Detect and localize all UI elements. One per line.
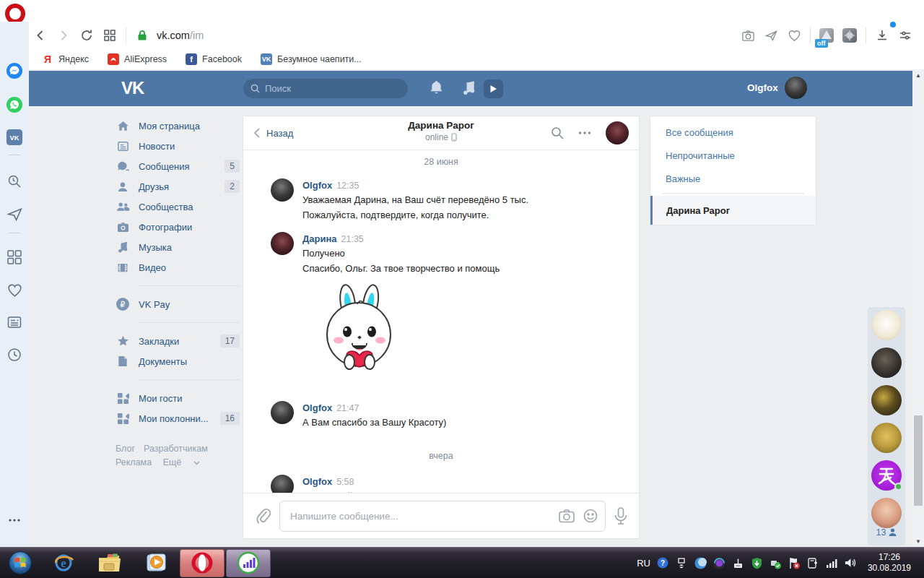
friend-avatar[interactable]: [871, 385, 902, 415]
avatar[interactable]: [271, 475, 294, 493]
avatar[interactable]: [271, 178, 294, 202]
start-button[interactable]: [1, 549, 40, 577]
message-author[interactable]: Olgfox: [302, 476, 332, 487]
back-button[interactable]: Назад: [253, 128, 293, 139]
sidebar-item-my-page[interactable]: Моя страница: [116, 116, 240, 136]
downloads-icon[interactable]: [871, 24, 894, 47]
help-tray-icon[interactable]: ?: [657, 557, 669, 569]
moon-tray-icon[interactable]: [694, 557, 707, 569]
sidebar-item-music[interactable]: Музыка: [116, 237, 240, 257]
sidebar-item-vk-pay[interactable]: ₽ VK Pay: [116, 294, 240, 314]
message-input[interactable]: [290, 511, 559, 522]
personal-news-icon[interactable]: [6, 314, 23, 331]
settings-sliders-icon[interactable]: [894, 24, 917, 47]
message-author[interactable]: Olgfox: [302, 402, 332, 413]
sidebar-item-my-guests[interactable]: Мои гости: [116, 388, 240, 408]
address-bar[interactable]: vk.com/im: [157, 30, 204, 41]
friend-avatar[interactable]: [871, 460, 902, 491]
scroll-down-arrow[interactable]: ▼: [912, 535, 924, 547]
adblock-extension-icon[interactable]: off: [819, 28, 834, 43]
sidebar-item-photos[interactable]: Фотографии: [116, 217, 240, 237]
sidebar-item-videos[interactable]: Видео: [116, 257, 240, 277]
message-author[interactable]: Дарина: [302, 233, 337, 244]
sidebar-item-my-fans[interactable]: Мои поклонни... 16: [116, 408, 240, 428]
friend-avatar[interactable]: [871, 310, 902, 340]
bookmark-yandex[interactable]: Я Яндекс: [42, 53, 89, 65]
opera-taskbar-button[interactable]: [180, 549, 225, 577]
attach-paperclip-icon[interactable]: [255, 507, 271, 525]
sidebar-item-documents[interactable]: Документы: [116, 351, 240, 371]
sidebar-item-friends[interactable]: Друзья 2: [116, 176, 240, 197]
bunny-heart-sticker[interactable]: [315, 282, 402, 371]
music-icon[interactable]: [462, 79, 476, 96]
vk-search-input[interactable]: Поиск: [243, 79, 408, 98]
bookmark-heart-icon[interactable]: [783, 24, 806, 47]
speed-dial-sidebar-icon[interactable]: [6, 249, 23, 266]
selected-conversation[interactable]: Дарина Рарог: [650, 196, 816, 225]
stats-app-button[interactable]: [226, 549, 271, 577]
orb-tray-icon[interactable]: [713, 557, 725, 569]
friend-avatar[interactable]: [871, 498, 902, 528]
chat-peer-avatar[interactable]: [606, 121, 629, 144]
chat-actions-menu-icon[interactable]: [578, 131, 591, 134]
browser-scrollbar[interactable]: ▲ ▼: [912, 69, 924, 547]
message-author[interactable]: Olgfox: [302, 180, 332, 191]
filter-important[interactable]: Важные: [666, 173, 700, 184]
action-center-flag-icon[interactable]: [788, 557, 801, 569]
emoji-smiley-icon[interactable]: [583, 509, 598, 523]
forward-icon[interactable]: [52, 24, 75, 47]
sidebar-more-icon[interactable]: [6, 512, 23, 529]
snapshot-camera-icon[interactable]: [736, 24, 759, 47]
filter-unread[interactable]: Непрочитанные: [666, 150, 735, 161]
opera-menu-button[interactable]: [5, 4, 25, 24]
bookmark-vk-page[interactable]: VK Безумное чаепити...: [261, 53, 362, 65]
sidebar-item-messages[interactable]: Сообщения 5: [116, 156, 240, 176]
show-hidden-icons[interactable]: [676, 557, 688, 569]
language-indicator[interactable]: RU: [637, 558, 650, 569]
friend-avatar[interactable]: [871, 348, 902, 378]
extension-icon[interactable]: [842, 28, 857, 43]
online-friends-count[interactable]: 13: [868, 527, 905, 538]
avatar[interactable]: [271, 232, 294, 255]
bookmark-aliexpress[interactable]: AliExpress: [108, 53, 167, 65]
messenger-icon[interactable]: [6, 62, 23, 79]
router-tray-icon[interactable]: [732, 557, 744, 569]
reload-icon[interactable]: [75, 24, 98, 47]
back-icon[interactable]: [29, 24, 52, 47]
bookmark-facebook[interactable]: f Facebook: [186, 53, 242, 65]
sidebar-item-communities[interactable]: Сообщества: [116, 197, 240, 217]
sidebar-item-news[interactable]: Новости: [116, 136, 240, 156]
volume-speaker-icon[interactable]: [845, 557, 857, 569]
header-user-menu[interactable]: Olgfox: [747, 77, 810, 99]
power-plug-icon[interactable]: [807, 557, 819, 569]
my-flow-send-icon[interactable]: [759, 24, 783, 47]
message-input-field[interactable]: [279, 501, 606, 532]
shield-update-icon[interactable]: [751, 557, 763, 569]
friend-avatar[interactable]: [871, 423, 902, 453]
taskbar-clock[interactable]: 17:26 30.08.2019: [863, 552, 918, 574]
chat-messages-area[interactable]: 28 июня Olgfox12:35 Уважаемая Дарина, на…: [243, 151, 639, 493]
file-explorer-button[interactable]: [87, 549, 132, 577]
vk-sidebar-icon[interactable]: VK: [6, 129, 23, 146]
footer-link-blog[interactable]: Блог: [116, 442, 135, 456]
scrollbar-thumb[interactable]: [914, 415, 923, 506]
filter-all-messages[interactable]: Все сообщения: [666, 127, 733, 138]
my-flow-icon[interactable]: [6, 205, 23, 223]
voice-message-mic-icon[interactable]: [614, 507, 627, 525]
bookmarks-heart-icon[interactable]: [6, 281, 23, 298]
footer-link-ads[interactable]: Реклама: [116, 456, 152, 470]
footer-link-developers[interactable]: Разработчикам: [144, 442, 208, 456]
whatsapp-icon[interactable]: [6, 96, 23, 113]
scroll-up-arrow[interactable]: ▲: [912, 69, 924, 81]
secure-lock-icon[interactable]: [131, 24, 154, 47]
chat-search-icon[interactable]: [551, 126, 564, 139]
internet-explorer-button[interactable]: e: [41, 549, 86, 577]
speed-dial-icon[interactable]: [98, 24, 121, 47]
footer-link-more[interactable]: Ещё: [163, 456, 201, 470]
video-icon[interactable]: [484, 79, 503, 98]
usb-safely-remove-icon[interactable]: [770, 557, 782, 569]
network-signal-icon[interactable]: [826, 557, 838, 569]
sidebar-item-bookmarks[interactable]: Закладки 17: [116, 331, 240, 351]
media-player-button[interactable]: [134, 549, 178, 577]
photo-camera-icon[interactable]: [559, 509, 575, 523]
